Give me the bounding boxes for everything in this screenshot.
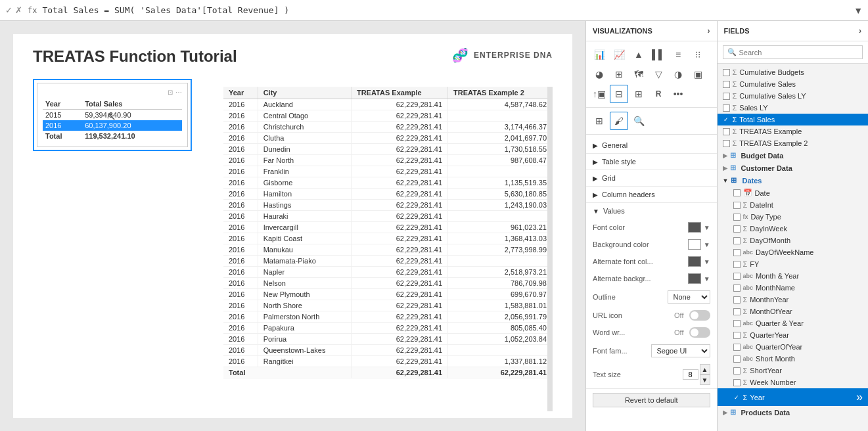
word-wrap-toggle[interactable] — [689, 327, 710, 338]
alt-font-color-arrow-icon[interactable]: ▼ — [704, 258, 710, 265]
field-month-year[interactable]: abc Month & Year — [718, 270, 868, 282]
fields-chevron-icon[interactable]: › — [859, 26, 861, 35]
year-more-icon[interactable]: » — [856, 390, 863, 404]
viz-area-chart-icon[interactable]: ▲ — [629, 45, 648, 64]
url-icon-toggle[interactable] — [689, 310, 710, 321]
field-sales-ly[interactable]: Σ Sales LY — [718, 102, 868, 114]
field-date[interactable]: 📅 Date — [718, 187, 868, 199]
viz-line-chart-icon[interactable]: 📈 — [610, 45, 628, 64]
bg-color-box[interactable] — [688, 239, 701, 250]
field-cumulative-sales[interactable]: Σ Cumulative Sales — [718, 78, 868, 90]
field-fy[interactable]: Σ FY — [718, 258, 868, 270]
field-cumulative-sales-ly[interactable]: Σ Cumulative Sales LY — [718, 90, 868, 102]
font-color-box[interactable] — [688, 222, 701, 233]
font-family-row: Font fam... Segoe UI Arial Calibri — [586, 341, 717, 361]
viz-bar-chart-icon[interactable]: 📊 — [590, 45, 608, 64]
field-day-type[interactable]: fx Day Type — [718, 211, 868, 223]
values-header[interactable]: ▼ Values — [586, 203, 717, 219]
bg-color-arrow-icon[interactable]: ▼ — [704, 241, 710, 248]
mini-col-sales: Total Sales — [82, 99, 182, 110]
field-group-customer-data[interactable]: ▶ ⊞ Customer Data — [718, 162, 868, 174]
viz-kpi-icon[interactable]: ↑▣ — [590, 85, 608, 103]
viz-card-icon[interactable]: ▣ — [689, 65, 707, 83]
viz-scatter-icon[interactable]: ⁝⁝ — [689, 45, 707, 64]
checkmark-icon[interactable]: ✓ — [5, 5, 12, 15]
field-group-products-data[interactable]: ▶ ⊞ Products Data — [718, 406, 868, 419]
format-analytics-icon[interactable]: 🔍 — [629, 112, 648, 130]
font-color-control[interactable]: ▼ — [688, 222, 710, 233]
field-treatas-example[interactable]: Σ TREATAS Example — [718, 125, 868, 137]
fields-search-box[interactable]: 🔍 — [723, 45, 863, 59]
mini-row-2016[interactable]: 2016 60,137,900.20 — [43, 120, 182, 131]
field-quarter-year[interactable]: abc Quarter & Year — [718, 317, 868, 329]
abc-icon: abc — [743, 284, 754, 291]
field-quarter-of-year[interactable]: abc QuarterOfYear — [718, 341, 868, 353]
field-total-sales[interactable]: ✓ Σ Total Sales — [718, 114, 868, 125]
field-month-of-year[interactable]: Σ MonthOfYear — [718, 306, 868, 317]
viz-bar2-icon[interactable]: ≡ — [669, 45, 687, 64]
revert-button[interactable]: Revert to default — [593, 393, 710, 407]
field-day-of-month[interactable]: Σ DayOfMonth — [718, 235, 868, 246]
alt-font-color-box[interactable] — [688, 256, 701, 267]
grid-header[interactable]: ▶ Grid — [586, 170, 717, 186]
column-headers-header[interactable]: ▶ Column headers — [586, 187, 717, 202]
visualizations-header: VISUALIZATIONS › — [586, 21, 717, 41]
table-row: 2016Christchurch62,229,281.413,174,466.3… — [223, 122, 553, 133]
viz-gauge-icon[interactable]: ◑ — [669, 65, 687, 83]
bg-color-control[interactable]: ▼ — [688, 239, 710, 250]
field-day-of-week-name[interactable]: abc DayOfWeekName — [718, 246, 868, 258]
table-style-header[interactable]: ▶ Table style — [586, 154, 717, 170]
visual-icon1[interactable]: ⊡ — [168, 89, 173, 96]
field-treatas-example-2[interactable]: Σ TREATAS Example 2 — [718, 137, 868, 149]
formula-text[interactable]: Total Sales = SUM( 'Sales Data'[Total Re… — [42, 5, 848, 15]
viz-pie-icon[interactable]: ◕ — [590, 65, 608, 83]
viz-table-icon[interactable]: ⊟ — [610, 85, 628, 103]
viz-column-chart-icon[interactable]: ▌▌ — [649, 45, 668, 64]
field-checkbox — [733, 296, 741, 304]
mini-table-visual[interactable]: ⊡ ⋯ Year Total Sales 2015 — [33, 79, 192, 151]
viz-funnel-icon[interactable]: ▽ — [649, 65, 668, 83]
field-quarter-year2[interactable]: Σ QuarterYear — [718, 329, 868, 341]
font-family-control[interactable]: Segoe UI Arial Calibri — [651, 344, 710, 357]
sigma-icon: Σ — [743, 260, 748, 268]
font-color-arrow-icon[interactable]: ▼ — [704, 224, 710, 231]
viz-treemap-icon[interactable]: ⊞ — [610, 65, 628, 83]
field-group-dates[interactable]: ▼ ⊞ Dates — [718, 174, 868, 187]
viz-map-icon[interactable]: 🗺 — [629, 65, 648, 83]
alt-bg-color-box[interactable] — [688, 273, 701, 284]
general-header[interactable]: ▶ General — [586, 137, 717, 153]
viz-r-icon[interactable]: R — [649, 85, 668, 103]
mini-row-2015[interactable]: 2015 59,394,340.90 — [43, 110, 182, 121]
outline-select[interactable]: None Top Bottom — [668, 290, 710, 304]
visualizations-chevron-icon[interactable]: › — [708, 26, 710, 35]
field-short-month[interactable]: abc Short Month — [718, 353, 868, 365]
text-size-up-button[interactable]: ▲ — [700, 364, 710, 374]
scrollbar[interactable] — [547, 87, 553, 411]
formula-chevron-icon[interactable]: ▼ — [854, 5, 863, 16]
alt-font-color-control[interactable]: ▼ — [688, 256, 710, 267]
field-short-year[interactable]: Σ ShortYear — [718, 365, 868, 376]
format-fields-icon[interactable]: ⊞ — [590, 112, 608, 130]
text-size-input[interactable] — [683, 369, 698, 380]
viz-matrix-icon[interactable]: ⊞ — [629, 85, 648, 103]
alt-bg-color-control[interactable]: ▼ — [688, 273, 710, 284]
field-week-number[interactable]: Σ Week Number — [718, 376, 868, 388]
alt-bg-color-arrow-icon[interactable]: ▼ — [704, 275, 710, 283]
grid-chevron-icon: ▶ — [593, 175, 598, 182]
search-input[interactable] — [739, 49, 858, 57]
viz-more-icon[interactable]: ••• — [669, 85, 687, 103]
url-toggle-knob — [691, 311, 698, 319]
format-paint-icon[interactable]: 🖌 — [610, 112, 628, 130]
field-cumulative-budgets[interactable]: Σ Cumulative Budgets — [718, 66, 868, 78]
field-month-name[interactable]: abc MonthName — [718, 282, 868, 294]
font-family-select[interactable]: Segoe UI Arial Calibri — [651, 344, 710, 357]
field-day-in-week[interactable]: Σ DayInWeek — [718, 223, 868, 235]
cross-icon[interactable]: ✗ — [15, 5, 22, 15]
field-year[interactable]: ✓ Σ Year » — [718, 388, 868, 406]
field-group-budget-data[interactable]: ▶ ⊞ Budget Data — [718, 149, 868, 162]
visual-icon2[interactable]: ⋯ — [175, 89, 182, 96]
field-dateint[interactable]: Σ DateInt — [718, 199, 868, 211]
outline-control[interactable]: None Top Bottom — [668, 290, 710, 304]
text-size-down-button[interactable]: ▼ — [700, 374, 710, 385]
field-month-in-year[interactable]: Σ MonthnYear — [718, 294, 868, 306]
